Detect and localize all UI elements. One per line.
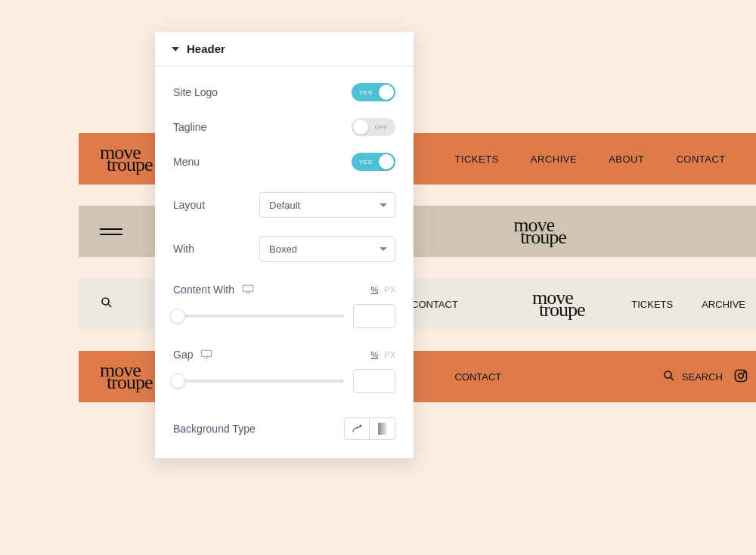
gap-label: Gap [173, 349, 193, 361]
desktop-icon[interactable] [200, 348, 212, 361]
search-label: SEARCH [682, 371, 723, 383]
logo-line2: troupe [532, 304, 584, 316]
unit-px[interactable]: PX [384, 285, 395, 294]
logo-line2: troupe [100, 159, 152, 171]
bg-classic-button[interactable] [344, 417, 370, 440]
layout-value: Default [269, 200, 300, 211]
content-width-slider[interactable] [173, 315, 344, 318]
site-logo: move troupe [100, 147, 152, 171]
toggle-state: YES [359, 159, 373, 166]
width-row: With Boxed [155, 236, 414, 262]
tagline-toggle[interactable]: OFF [352, 118, 395, 136]
layout-label: Layout [173, 199, 205, 211]
site-logo-row: Site Logo YES [155, 83, 414, 101]
settings-panel: Header Site Logo YES Tagline OFF Menu YE… [155, 32, 414, 458]
content-width-slider-row [155, 304, 414, 328]
nav-contact[interactable]: CONTACT [676, 153, 725, 165]
panel-header[interactable]: Header [155, 32, 414, 67]
gap-slider[interactable] [173, 380, 344, 383]
unit-toggle: % PX [371, 285, 395, 294]
content-width-label: Content With [173, 284, 234, 296]
svg-point-5 [739, 373, 744, 378]
nav-archive[interactable]: ARCHIVE [531, 153, 577, 165]
logo-line2: troupe [513, 231, 565, 243]
instagram-icon[interactable] [733, 368, 748, 386]
nav-contact[interactable]: CONTACT [454, 371, 501, 383]
nav-archive[interactable]: ARCHIVE [702, 299, 745, 310]
slider-thumb[interactable] [170, 374, 185, 389]
svg-line-3 [671, 377, 674, 380]
svg-point-0 [102, 298, 109, 305]
layout-row: Layout Default [155, 192, 414, 218]
tagline-label: Tagline [173, 121, 206, 133]
content-width-input[interactable] [353, 304, 395, 328]
unit-px[interactable]: PX [384, 350, 395, 359]
menu-row: Menu YES [155, 153, 414, 171]
nav-tickets[interactable]: TICKETS [454, 153, 498, 165]
site-logo: move troupe [532, 292, 584, 316]
nav-menu: TICKETS ARCHIVE ABOUT CONTACT [454, 153, 725, 165]
caret-down-icon [172, 47, 179, 51]
layout-select[interactable]: Default [259, 192, 395, 218]
site-logo-toggle[interactable]: YES [352, 83, 395, 101]
svg-rect-7 [243, 285, 253, 291]
toggle-state: OFF [375, 124, 389, 131]
search-link[interactable]: SEARCH [662, 369, 723, 385]
slider-thumb[interactable] [170, 309, 185, 324]
site-logo: move troupe [513, 219, 565, 243]
gap-input[interactable] [353, 369, 395, 393]
bg-type-label: Background Type [173, 423, 256, 435]
nav-tickets[interactable]: TICKETS [631, 299, 673, 310]
chevron-down-icon [380, 203, 387, 207]
nav-contact[interactable]: CONTACT [411, 299, 458, 310]
hamburger-icon[interactable] [100, 228, 122, 235]
gap-slider-row [155, 369, 414, 393]
width-value: Boxed [269, 243, 297, 255]
width-label: With [173, 243, 194, 255]
gradient-icon [378, 423, 387, 435]
bg-gradient-button[interactable] [370, 417, 395, 440]
site-logo-label: Site Logo [173, 86, 218, 98]
desktop-icon[interactable] [242, 283, 254, 296]
tagline-row: Tagline OFF [155, 118, 414, 136]
svg-rect-9 [202, 350, 212, 356]
panel-title: Header [187, 42, 225, 55]
chevron-down-icon [380, 247, 387, 251]
unit-percent[interactable]: % [371, 285, 379, 294]
menu-toggle[interactable]: YES [352, 153, 395, 171]
bg-type-row: Background Type [155, 417, 414, 440]
unit-toggle: % PX [371, 350, 395, 359]
svg-line-1 [108, 304, 111, 307]
svg-point-2 [665, 371, 671, 378]
svg-point-6 [744, 371, 745, 373]
logo-line2: troupe [100, 377, 152, 389]
menu-label: Menu [173, 156, 200, 168]
content-width-row: Content With % PX [155, 283, 414, 296]
toggle-state: YES [359, 89, 373, 96]
search-icon [662, 369, 676, 385]
unit-percent[interactable]: % [371, 350, 379, 359]
site-logo: move troupe [100, 364, 152, 389]
gap-row: Gap % PX [155, 348, 414, 361]
nav-about[interactable]: ABOUT [609, 153, 644, 165]
search-icon[interactable] [100, 296, 113, 312]
width-select[interactable]: Boxed [259, 236, 395, 262]
